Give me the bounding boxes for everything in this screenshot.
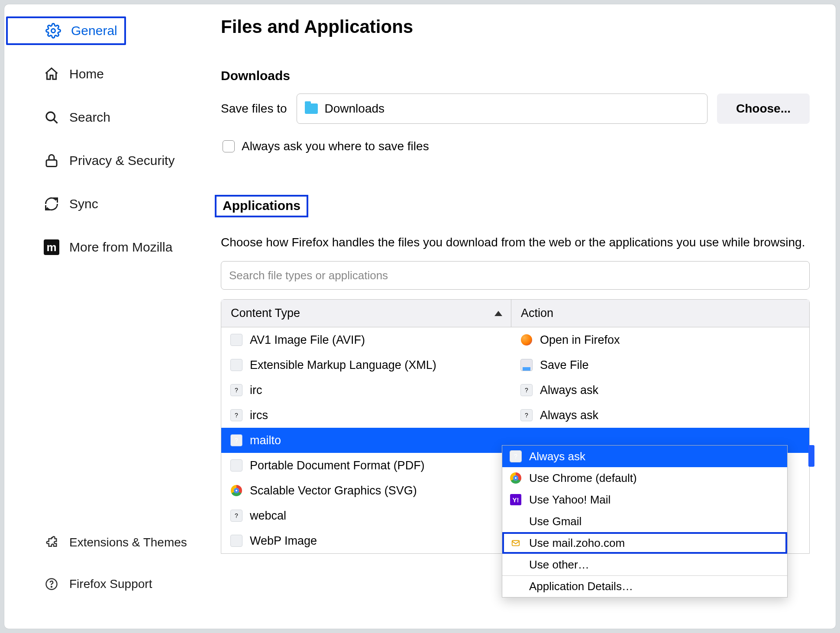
sidebar-item-label: Search [69,110,110,125]
sidebar-item-mozilla[interactable]: m More from Mozilla [4,233,221,262]
svg-rect-6 [512,541,520,546]
sidebar-extensions[interactable]: Extensions & Themes [42,528,221,557]
table-row[interactable]: Extensible Markup Language (XML) Save Fi… [221,352,809,378]
sidebar-item-label: More from Mozilla [69,240,172,255]
menu-item-always-ask[interactable]: ? Always ask [502,446,787,467]
table-row[interactable]: ?irc ?Always ask [221,378,809,403]
page-title: Files and Applications [221,16,810,37]
envelope-icon [510,537,521,549]
extensions-label: Extensions & Themes [69,536,187,549]
svg-point-5 [51,586,52,587]
unknown-file-icon: ? [231,384,242,396]
unknown-file-icon: ? [231,410,242,421]
file-icon [231,460,242,471]
puzzle-icon [42,533,61,552]
menu-item-gmail[interactable]: Use Gmail [502,510,787,532]
mozilla-icon: m [42,238,61,256]
downloads-heading: Downloads [221,68,810,83]
yahoo-icon: Y! [510,494,521,505]
sidebar-item-search[interactable]: Search [4,103,221,132]
menu-item-other[interactable]: Use other… [502,554,787,575]
svg-point-0 [52,29,55,33]
action-dropdown-menu: ? Always ask Use Chrome (default) Y! Use… [502,445,788,597]
search-placeholder-text: Search file types or applications [229,269,388,282]
sidebar-item-label: Sync [69,197,98,211]
folder-icon [305,103,318,114]
file-icon [231,535,242,546]
column-action[interactable]: Action [511,307,809,320]
sidebar: General Home Search Privacy & Security [4,4,221,629]
unknown-file-icon: ? [510,451,521,462]
file-icon [231,359,242,371]
chrome-icon [231,485,242,496]
scrollbar-thumb[interactable] [808,445,814,467]
search-icon [42,108,61,126]
unknown-file-icon: ? [231,435,242,446]
save-icon [521,359,532,371]
lock-icon [42,152,61,170]
menu-item-details[interactable]: Application Details… [502,575,787,597]
always-ask-label: Always ask you where to save files [242,139,429,153]
table-header: Content Type Action [221,300,809,327]
help-icon [42,575,61,593]
table-row[interactable]: ?ircs ?Always ask [221,403,809,428]
unknown-file-icon: ? [521,384,532,396]
sidebar-item-label: General [71,23,117,38]
file-icon [231,334,242,346]
svg-point-1 [46,112,55,121]
applications-heading: Applications [215,195,308,217]
svg-rect-3 [46,160,57,167]
unknown-file-icon: ? [521,410,532,421]
firefox-icon [521,334,532,346]
menu-item-zoho[interactable]: Use mail.zoho.com [502,532,787,554]
sidebar-item-home[interactable]: Home [4,60,221,88]
menu-item-chrome[interactable]: Use Chrome (default) [502,467,787,489]
menu-item-yahoo[interactable]: Y! Use Yahoo! Mail [502,489,787,510]
sync-icon [42,195,61,213]
sidebar-item-sync[interactable]: Sync [4,190,221,218]
support-label: Firefox Support [69,577,152,591]
sidebar-item-general[interactable]: General [6,16,126,45]
sidebar-item-label: Privacy & Security [69,153,174,168]
sidebar-item-label: Home [69,67,104,81]
table-row[interactable]: AV1 Image File (AVIF) Open in Firefox [221,327,809,352]
applications-search-input[interactable]: Search file types or applications [221,261,810,290]
home-icon [42,65,61,83]
sidebar-support[interactable]: Firefox Support [42,570,221,598]
chrome-icon [510,472,521,484]
unknown-file-icon: ? [231,510,242,521]
applications-table: Content Type Action AV1 Image File (AVIF… [221,299,810,554]
applications-description: Choose how Firefox handles the files you… [221,233,810,252]
settings-window: General Home Search Privacy & Security [4,4,836,629]
choose-folder-button[interactable]: Choose... [717,94,810,124]
gear-icon [44,22,62,40]
main-content: Files and Applications Downloads Save fi… [221,4,836,629]
save-files-label: Save files to [221,102,287,116]
downloads-folder-input[interactable]: Downloads [297,94,708,124]
sidebar-item-privacy[interactable]: Privacy & Security [4,146,221,175]
sort-ascending-icon [494,311,502,316]
downloads-folder-name: Downloads [325,102,385,116]
column-content-type[interactable]: Content Type [221,300,511,327]
always-ask-checkbox[interactable] [223,140,235,152]
svg-line-2 [54,119,58,123]
